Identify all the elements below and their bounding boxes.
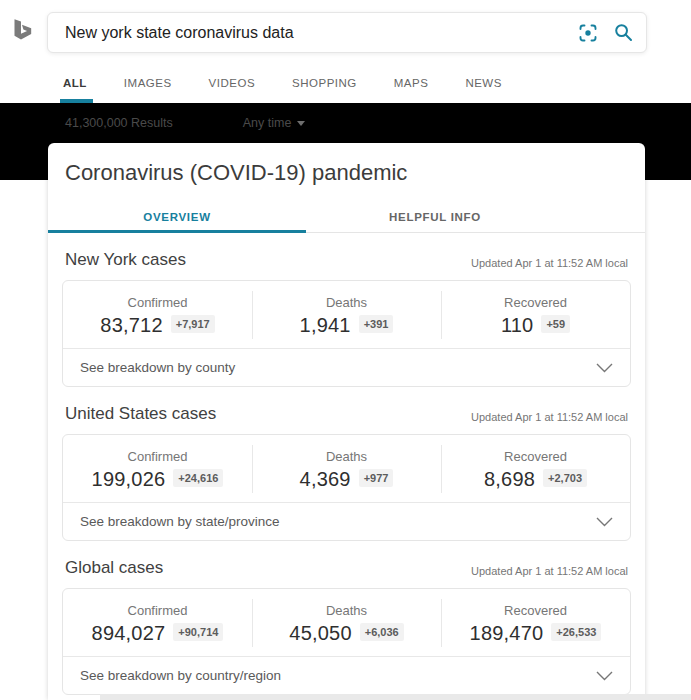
stat-label: Confirmed (128, 449, 188, 464)
nav-tab-maps[interactable]: MAPS (394, 77, 429, 89)
stat-delta-badge: +90,714 (173, 623, 223, 641)
nav-tab-shopping[interactable]: SHOPPING (292, 77, 357, 89)
search-vertical-tabs: ALL IMAGES VIDEOS SHOPPING MAPS NEWS (0, 70, 691, 103)
stat-recovered: Recovered 110 +59 (441, 281, 630, 348)
card-tab-bar: OVERVIEW HELPFUL INFO (48, 201, 645, 233)
stat-value: 8,698 (484, 468, 535, 491)
stat-value: 199,026 (92, 468, 166, 491)
stat-value: 83,712 (100, 314, 162, 337)
stat-value: 110 (501, 314, 534, 337)
visual-search-icon[interactable] (577, 22, 599, 44)
breakdown-toggle-county[interactable]: See breakdown by county (63, 349, 630, 386)
card-active-tab-underline (48, 230, 306, 233)
search-input[interactable] (65, 24, 577, 42)
search-box (47, 12, 647, 53)
stat-recovered: Recovered 189,470 +26,533 (441, 589, 630, 656)
stat-deaths: Deaths 1,941 +391 (252, 281, 441, 348)
column-divider (441, 291, 442, 339)
stat-deaths: Deaths 45,050 +6,036 (252, 589, 441, 656)
updated-timestamp: Updated Apr 1 at 11:52 AM local (471, 257, 628, 270)
stat-confirmed: Confirmed 199,026 +24,616 (63, 435, 252, 502)
results-count: 41,300,000 Results (65, 116, 173, 130)
stat-label: Recovered (504, 449, 567, 464)
stat-delta-badge: +977 (359, 469, 394, 487)
breakdown-label: See breakdown by state/province (80, 514, 280, 529)
stat-delta-badge: +26,533 (551, 623, 601, 641)
column-divider (252, 291, 253, 339)
stats-panel-global: Confirmed 894,027 +90,714 Deaths 45,050 … (62, 588, 631, 695)
stat-recovered: Recovered 8,698 +2,703 (441, 435, 630, 502)
card-title: Coronavirus (COVID-19) pandemic (65, 160, 628, 186)
stat-label: Recovered (504, 295, 567, 310)
breakdown-toggle-state[interactable]: See breakdown by state/province (63, 503, 630, 540)
caret-down-icon (297, 121, 305, 126)
section-title: United States cases (65, 404, 216, 424)
bing-search-page: ALL IMAGES VIDEOS SHOPPING MAPS NEWS 41,… (0, 0, 691, 700)
coronavirus-answer-card: Coronavirus (COVID-19) pandemic OVERVIEW… (48, 143, 645, 700)
stat-value: 4,369 (300, 468, 351, 491)
stat-deaths: Deaths 4,369 +977 (252, 435, 441, 502)
section-head-united-states: United States cases Updated Apr 1 at 11:… (65, 404, 628, 424)
stat-label: Deaths (326, 449, 367, 464)
stat-label: Deaths (326, 295, 367, 310)
stats-panel-new-york: Confirmed 83,712 +7,917 Deaths 1,941 +39… (62, 280, 631, 387)
stat-value: 1,941 (300, 314, 351, 337)
chevron-down-icon (596, 671, 613, 681)
stat-delta-badge: +391 (359, 315, 394, 333)
results-bar: 41,300,000 Results Any time (0, 106, 691, 140)
section-title: Global cases (65, 558, 163, 578)
stat-value: 45,050 (289, 622, 351, 645)
breakdown-label: See breakdown by county (80, 360, 235, 375)
stat-delta-badge: +24,616 (173, 469, 223, 487)
stat-delta-badge: +7,917 (171, 315, 215, 333)
updated-timestamp: Updated Apr 1 at 11:52 AM local (471, 565, 628, 578)
chevron-down-icon (596, 517, 613, 527)
section-head-global: Global cases Updated Apr 1 at 11:52 AM l… (65, 558, 628, 578)
stat-label: Deaths (326, 603, 367, 618)
stat-value: 894,027 (92, 622, 166, 645)
nav-tab-news[interactable]: NEWS (465, 77, 502, 89)
nav-tab-videos[interactable]: VIDEOS (209, 77, 255, 89)
breakdown-toggle-country[interactable]: See breakdown by country/region (63, 657, 630, 694)
column-divider (252, 599, 253, 647)
chevron-down-icon (596, 363, 613, 373)
stat-delta-badge: +59 (541, 315, 570, 333)
column-divider (441, 445, 442, 493)
stat-confirmed: Confirmed 894,027 +90,714 (63, 589, 252, 656)
section-head-new-york: New York cases Updated Apr 1 at 11:52 AM… (65, 250, 628, 270)
next-result-edge (100, 694, 691, 700)
stats-panel-united-states: Confirmed 199,026 +24,616 Deaths 4,369 +… (62, 434, 631, 541)
column-divider (441, 599, 442, 647)
updated-timestamp: Updated Apr 1 at 11:52 AM local (471, 411, 628, 424)
nav-tab-images[interactable]: IMAGES (124, 77, 172, 89)
stat-value: 189,470 (470, 622, 544, 645)
breakdown-label: See breakdown by country/region (80, 668, 281, 683)
search-icon[interactable] (613, 22, 634, 43)
section-title: New York cases (65, 250, 186, 270)
stat-confirmed: Confirmed 83,712 +7,917 (63, 281, 252, 348)
column-divider (252, 445, 253, 493)
stat-label: Confirmed (128, 603, 188, 618)
stat-label: Recovered (504, 603, 567, 618)
stat-delta-badge: +2,703 (543, 469, 587, 487)
tab-overview[interactable]: OVERVIEW (48, 201, 306, 232)
stat-delta-badge: +6,036 (360, 623, 404, 641)
time-filter-label: Any time (243, 116, 292, 130)
bing-logo-icon[interactable] (8, 16, 34, 44)
nav-tab-all[interactable]: ALL (63, 77, 87, 89)
time-filter-dropdown[interactable]: Any time (243, 116, 306, 130)
tab-helpful-info[interactable]: HELPFUL INFO (306, 201, 564, 232)
stat-label: Confirmed (128, 295, 188, 310)
